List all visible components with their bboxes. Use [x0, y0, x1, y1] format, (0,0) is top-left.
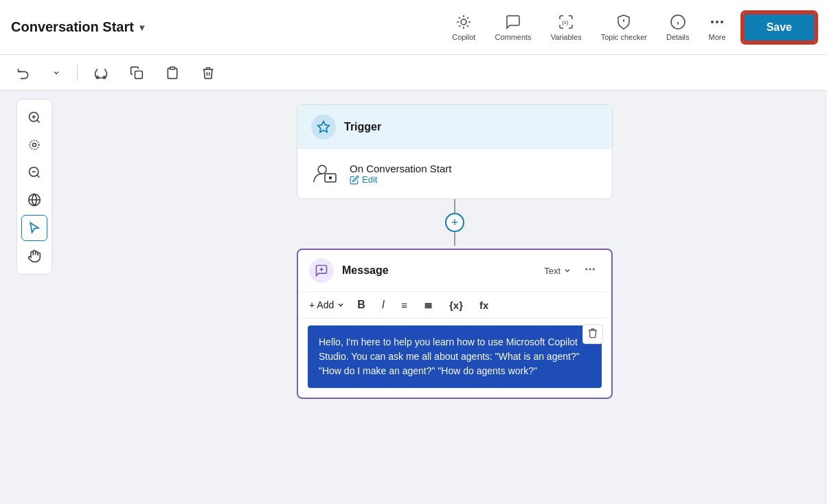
numbered-list-button[interactable]: ≣: [420, 297, 437, 312]
variables-label: Variables: [551, 33, 582, 41]
add-label: + Add: [309, 299, 334, 310]
svg-line-13: [37, 120, 40, 123]
message-type-selector[interactable]: Text: [544, 266, 571, 276]
copilot-icon: [455, 14, 472, 30]
delete-icon: [201, 66, 215, 80]
center-button[interactable]: [21, 133, 47, 157]
title-text: Conversation Start: [11, 19, 134, 35]
toolbar-icons: Copilot Comments {x} Variables Topic che…: [452, 14, 725, 41]
topic-checker-label: Topic checker: [601, 33, 647, 41]
trigger-header: Trigger: [297, 105, 612, 149]
copy-button[interactable]: [124, 63, 149, 82]
trigger-body: On Conversation Start Edit: [297, 149, 612, 198]
zoom-in-button[interactable]: [21, 105, 47, 130]
conv-info: On Conversation Start Edit: [350, 163, 451, 185]
svg-point-0: [461, 19, 466, 25]
conv-start-icon: [311, 160, 339, 187]
edit-link[interactable]: Edit: [350, 174, 451, 185]
svg-rect-10: [135, 71, 143, 78]
delete-message-icon: [587, 328, 598, 339]
cut-icon: [94, 66, 108, 80]
zoom-out-button[interactable]: [21, 160, 47, 185]
globe-button[interactable]: [21, 187, 47, 212]
svg-point-17: [30, 140, 38, 149]
svg-point-16: [33, 144, 36, 147]
svg-line-19: [37, 175, 40, 178]
undo-button[interactable]: [11, 63, 36, 82]
second-toolbar: [0, 55, 827, 91]
edit-label: Edit: [362, 174, 377, 185]
conversation-title[interactable]: Conversation Start ▾: [11, 19, 144, 35]
copilot-label: Copilot: [452, 33, 475, 41]
formula-button[interactable]: fx: [475, 298, 492, 312]
cursor-button[interactable]: [21, 215, 47, 241]
trigger-icon-wrap: [311, 115, 336, 139]
center-icon: [27, 138, 41, 152]
type-chevron-icon: [563, 266, 571, 275]
title-chevron[interactable]: ▾: [139, 22, 144, 33]
delete-message-button[interactable]: [582, 324, 603, 344]
message-title: Message: [342, 264, 536, 277]
flow-area: Trigger On Conversation Start: [82, 91, 827, 504]
cut-button[interactable]: [89, 63, 113, 82]
connector-line-bottom: [454, 232, 455, 246]
bold-button[interactable]: B: [353, 297, 370, 312]
svg-point-28: [585, 268, 587, 270]
message-format-toolbar: + Add B I ≡ ≣ {x} fx: [298, 292, 611, 319]
toolbar-variables[interactable]: {x} Variables: [551, 14, 582, 41]
paste-icon: [166, 66, 179, 80]
more-icon: [709, 14, 725, 30]
toolbar-divider: [77, 65, 78, 81]
hand-icon: [27, 249, 41, 263]
variable-button[interactable]: {x}: [445, 298, 467, 312]
message-body: Hello, I'm here to help you learn how to…: [298, 319, 611, 398]
message-card: Message Text + Add: [297, 249, 613, 399]
topic-checker-icon: [615, 14, 632, 30]
trigger-card: Trigger On Conversation Start: [297, 104, 613, 199]
svg-point-30: [593, 268, 595, 270]
canvas: Trigger On Conversation Start: [0, 91, 827, 504]
toolbar-topic-checker[interactable]: Topic checker: [601, 14, 647, 41]
toolbar-comments[interactable]: Comments: [495, 14, 531, 41]
edit-icon: [350, 175, 359, 185]
comments-icon: [505, 14, 521, 30]
svg-point-29: [589, 268, 591, 270]
top-toolbar: Conversation Start ▾ Copilot Comments {x…: [0, 0, 827, 55]
save-button[interactable]: Save: [743, 12, 816, 43]
hand-button[interactable]: [21, 244, 47, 268]
delete-button[interactable]: [196, 63, 220, 82]
details-label: Details: [666, 33, 690, 41]
conv-label: On Conversation Start: [350, 163, 451, 174]
italic-button[interactable]: I: [378, 297, 389, 312]
message-more-icon: [584, 263, 596, 275]
message-header: Message Text: [298, 250, 611, 292]
svg-point-23: [318, 165, 326, 174]
toolbar-copilot[interactable]: Copilot: [452, 14, 475, 41]
svg-rect-11: [170, 67, 175, 69]
toolbar-more[interactable]: More: [709, 14, 726, 41]
bullet-list-button[interactable]: ≡: [397, 298, 411, 312]
undo-icon: [16, 66, 30, 80]
connector-line-top: [454, 199, 455, 213]
trigger-icon: [317, 120, 330, 134]
left-panel: [16, 99, 52, 275]
toolbar-details[interactable]: Details: [666, 14, 690, 41]
undo-chevron-icon: [52, 69, 60, 77]
message-type-label: Text: [544, 266, 560, 276]
message-more-button[interactable]: [580, 262, 600, 280]
zoom-out-icon: [27, 165, 41, 179]
trigger-label: Trigger: [344, 121, 381, 133]
add-chevron-icon: [337, 301, 345, 309]
zoom-in-icon: [27, 111, 41, 124]
undo-dropdown-button[interactable]: [47, 66, 66, 80]
svg-point-6: [716, 21, 718, 23]
add-node-button[interactable]: +: [445, 213, 464, 232]
add-content-button[interactable]: + Add: [309, 299, 345, 310]
details-icon: [670, 14, 686, 30]
message-text-content[interactable]: Hello, I'm here to help you learn how to…: [308, 325, 602, 388]
copy-icon: [130, 66, 144, 80]
connector: +: [445, 199, 464, 246]
variables-icon: {x}: [558, 14, 574, 30]
cursor-icon: [27, 221, 41, 235]
paste-button[interactable]: [160, 63, 185, 82]
